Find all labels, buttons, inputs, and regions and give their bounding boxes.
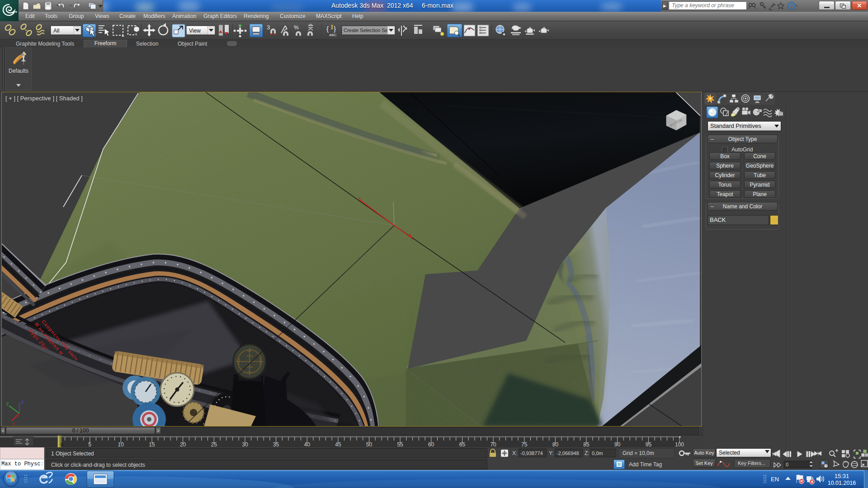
svg-text:40: 40 [304, 441, 311, 448]
svg-text:25: 25 [211, 441, 217, 448]
svg-text:70: 70 [490, 441, 496, 448]
svg-text:10.01.2016: 10.01.2016 [828, 480, 856, 486]
svg-text:[ + ] [ Perspective ] [ Shaded: [ + ] [ Perspective ] [ Shaded ] [5, 95, 83, 102]
svg-text:z: z [21, 399, 24, 404]
svg-text:x: x [13, 421, 15, 426]
svg-text:95: 95 [646, 441, 652, 448]
svg-text:15:31: 15:31 [835, 473, 849, 479]
svg-text:100: 100 [675, 441, 684, 448]
svg-text:80: 80 [552, 441, 559, 448]
svg-text:3: 3 [267, 24, 270, 31]
svg-text:20: 20 [180, 441, 186, 448]
svg-text:50: 50 [366, 441, 373, 448]
svg-text:75: 75 [521, 441, 528, 448]
svg-text:85: 85 [583, 441, 590, 448]
svg-text:View: View [189, 28, 201, 34]
svg-text:45: 45 [335, 441, 341, 448]
svg-text:15: 15 [149, 441, 155, 448]
svg-text:90: 90 [614, 441, 621, 448]
svg-text:10: 10 [118, 441, 124, 448]
svg-text:55: 55 [397, 441, 403, 448]
svg-text:0: 0 [786, 462, 788, 467]
svg-text:{: { [326, 25, 329, 33]
svg-text:60: 60 [428, 441, 434, 448]
svg-text:35: 35 [273, 441, 279, 448]
svg-text:5: 5 [88, 441, 91, 448]
svg-text:Create Selection Se: Create Selection Se [344, 28, 388, 33]
svg-text:ABC: ABC [329, 33, 337, 37]
svg-text:0: 0 [61, 442, 63, 447]
svg-text:65: 65 [459, 441, 466, 448]
svg-text:}: } [334, 25, 336, 33]
svg-text:All: All [53, 28, 59, 34]
svg-text:%: % [294, 24, 299, 31]
svg-text:?: ? [790, 3, 793, 9]
svg-text:EN: EN [771, 476, 779, 483]
svg-text:Key Filters...: Key Filters... [738, 460, 765, 466]
svg-text:30: 30 [242, 441, 248, 448]
svg-text:y: y [6, 401, 9, 406]
